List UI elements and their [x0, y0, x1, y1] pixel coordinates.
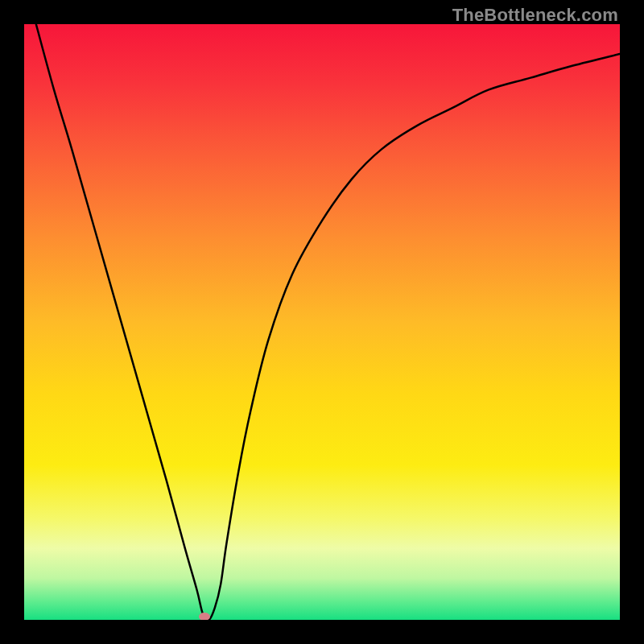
minimum-marker [199, 613, 210, 620]
watermark-text: TheBottleneck.com [452, 5, 618, 26]
chart-frame: TheBottleneck.com [0, 0, 644, 644]
curve-line [24, 24, 620, 620]
plot-area [24, 24, 620, 620]
